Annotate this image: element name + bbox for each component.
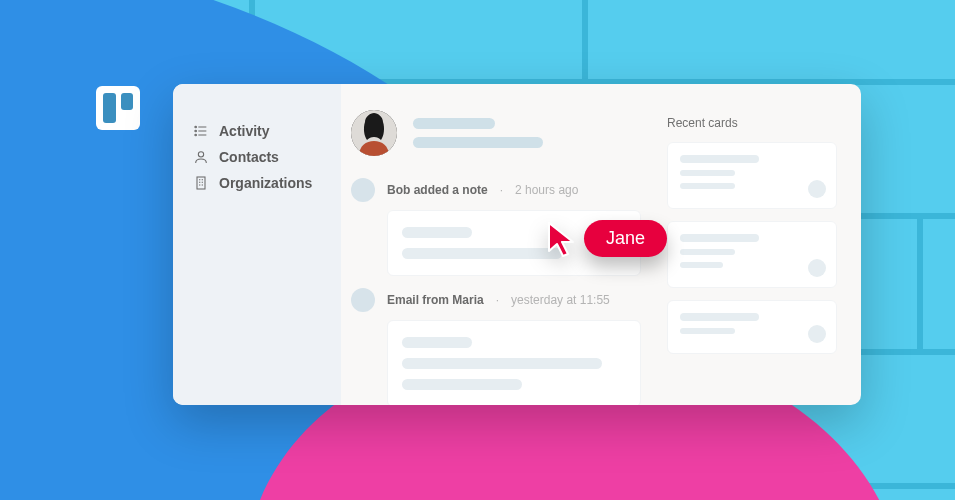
trello-logo-icon [96, 86, 140, 130]
card-avatar-placeholder [808, 180, 826, 198]
placeholder-line [402, 248, 562, 259]
sidebar-item-label: Contacts [219, 149, 279, 165]
placeholder-line [413, 137, 543, 148]
person-icon [193, 149, 209, 165]
recent-card[interactable] [667, 142, 837, 209]
entry-title: Bob added a note [387, 183, 488, 197]
building-icon [193, 175, 209, 191]
sidebar-item-contacts[interactable]: Contacts [173, 144, 341, 170]
recent-card[interactable] [667, 300, 837, 354]
sidebar-item-label: Organizations [219, 175, 312, 191]
placeholder-line [402, 379, 522, 390]
card-avatar-placeholder [808, 325, 826, 343]
recent-cards-panel: Recent cards [667, 116, 837, 366]
sidebar-item-activity[interactable]: Activity [173, 118, 341, 144]
placeholder-line [402, 227, 472, 238]
cursor-name-badge: Jane [584, 220, 667, 257]
sidebar: Activity Contacts Organizations [173, 84, 341, 405]
card-avatar-placeholder [808, 259, 826, 277]
placeholder-line [402, 337, 472, 348]
entry-time: yesterday at 11:55 [511, 293, 610, 307]
profile-header [351, 110, 641, 156]
entry-avatar-placeholder [351, 178, 375, 202]
activity-feed: Bob added a note · 2 hours ago Email fro… [351, 110, 641, 405]
svg-point-18 [195, 130, 197, 132]
entry-avatar-placeholder [351, 288, 375, 312]
svg-rect-23 [197, 177, 205, 189]
feed-entry: Email from Maria · yesterday at 11:55 [351, 288, 641, 405]
entry-title: Email from Maria [387, 293, 484, 307]
svg-point-20 [195, 134, 197, 136]
app-window: Activity Contacts Organizations [173, 84, 861, 405]
svg-point-16 [195, 126, 197, 128]
sidebar-item-organizations[interactable]: Organizations [173, 170, 341, 196]
placeholder-line [413, 118, 495, 129]
recent-card[interactable] [667, 221, 837, 288]
list-icon [193, 123, 209, 139]
recent-cards-title: Recent cards [667, 116, 837, 130]
svg-point-22 [198, 152, 203, 157]
entry-time: 2 hours ago [515, 183, 578, 197]
placeholder-line [402, 358, 602, 369]
entry-note[interactable] [387, 320, 641, 405]
avatar [351, 110, 397, 156]
sidebar-item-label: Activity [219, 123, 270, 139]
